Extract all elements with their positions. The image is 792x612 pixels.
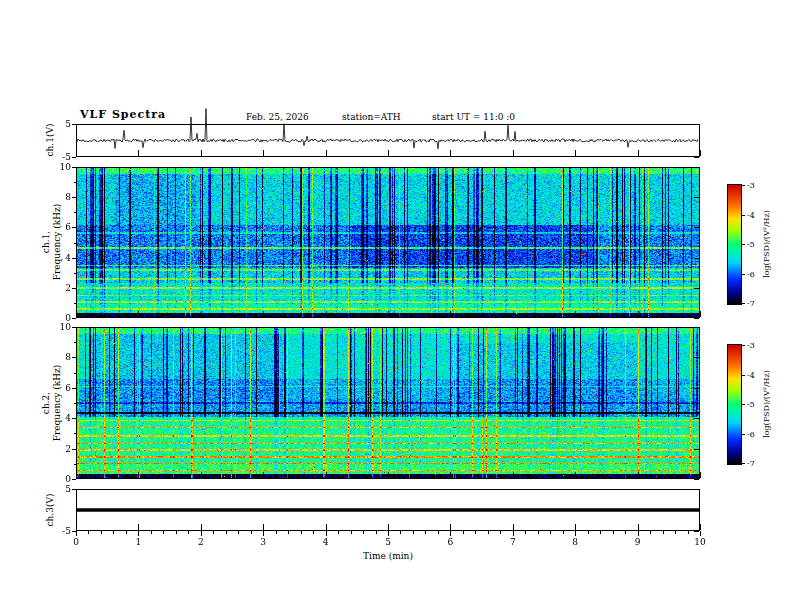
x-major-tick (263, 531, 264, 536)
x-minor-tick (438, 531, 439, 534)
ch2-axis-frequency-label: Frequency (kHz) (52, 365, 63, 442)
x-major-tick (575, 531, 576, 536)
x-frame-tick (700, 311, 701, 317)
colorbar-ch2-label: log(PSD)/(V²/Hz) (761, 370, 772, 438)
x-frame-tick (450, 472, 451, 478)
x-major-tick (388, 531, 389, 536)
colorbar-tick (742, 434, 745, 435)
x-frame-tick (513, 524, 514, 530)
y-major-tick (72, 327, 76, 328)
x-major-tick (201, 531, 202, 536)
colorbar-ch2-canvas (728, 345, 741, 464)
y-minor-tick (74, 464, 76, 465)
x-minor-tick (301, 531, 302, 534)
ch1-waveform-canvas (77, 105, 699, 156)
x-tick-label: 1 (128, 537, 148, 547)
x-tick-label: 0 (66, 537, 86, 547)
x-minor-tick (213, 531, 214, 534)
y-minor-tick (74, 303, 76, 304)
x-minor-tick (88, 531, 89, 534)
x-minor-tick (126, 531, 127, 534)
x-minor-tick (563, 531, 564, 534)
x-frame-tick (201, 524, 202, 530)
y-minor-tick (74, 342, 76, 343)
x-frame-tick (450, 311, 451, 317)
x-frame-tick (450, 524, 451, 530)
x-frame-tick (513, 311, 514, 317)
x-frame-tick (575, 472, 576, 478)
x-minor-tick (600, 531, 601, 534)
y-tick-label: 10 (46, 162, 71, 172)
x-minor-tick (425, 531, 426, 534)
x-tick-label: 10 (690, 537, 710, 547)
colorbar-ch1-canvas (728, 185, 741, 304)
x-frame-tick (263, 524, 264, 530)
ch3-waveform-frame (76, 489, 700, 531)
ch1-spectrogram-frame (76, 167, 700, 318)
y-major-tick (72, 197, 76, 198)
x-minor-tick (163, 531, 164, 534)
x-tick-label: 2 (191, 537, 211, 547)
y-major-tick-right (694, 531, 699, 532)
x-minor-tick (650, 531, 651, 534)
x-minor-tick (176, 531, 177, 534)
y-major-tick-right (694, 227, 699, 228)
y-minor-tick (74, 373, 76, 374)
x-frame-tick (138, 524, 139, 530)
x-minor-tick (463, 531, 464, 534)
y-major-tick-right (694, 489, 699, 490)
x-frame-tick (263, 472, 264, 478)
x-frame-tick (138, 311, 139, 317)
x-frame-tick (700, 472, 701, 478)
y-major-tick-right (694, 418, 699, 419)
x-frame-tick (638, 311, 639, 317)
y-major-tick-right (694, 327, 699, 328)
x-frame-tick (76, 311, 77, 317)
x-minor-tick (413, 531, 414, 534)
colorbar-tick (742, 404, 745, 405)
y-minor-tick (74, 273, 76, 274)
ch2-frequency-axis-label: ch.2, Frequency (kHz) (41, 365, 63, 442)
y-minor-tick (74, 403, 76, 404)
x-minor-tick (276, 531, 277, 534)
colorbar-tick (742, 345, 745, 346)
x-frame-tick (575, 524, 576, 530)
y-tick-label: 10 (46, 322, 71, 332)
x-minor-tick (400, 531, 401, 534)
ch3-voltage-axis-label: ch.3(V) (45, 494, 56, 527)
y-tick-label: -5 (46, 526, 71, 536)
y-tick-label: 2 (46, 444, 71, 454)
x-minor-tick (550, 531, 551, 534)
x-minor-tick (226, 531, 227, 534)
y-tick-label: 2 (46, 283, 71, 293)
x-minor-tick (101, 531, 102, 534)
x-frame-tick (700, 150, 701, 156)
x-frame-tick (700, 524, 701, 530)
ch1-voltage-axis-label: ch.1(V) (45, 124, 56, 157)
y-major-tick (72, 157, 76, 158)
y-major-tick (72, 479, 76, 480)
y-major-tick-right (694, 479, 699, 480)
y-major-tick (72, 418, 76, 419)
ch1-axis-channel-label: ch.1, (41, 204, 52, 281)
y-tick-label: 8 (46, 192, 71, 202)
y-major-tick-right (694, 388, 699, 389)
x-minor-tick (363, 531, 364, 534)
x-minor-tick (588, 531, 589, 534)
x-minor-tick (338, 531, 339, 534)
x-minor-tick (251, 531, 252, 534)
y-tick-label: 8 (46, 352, 71, 362)
axis-ticks-layer: 0123456789105-5024681002468105-5-3-4-5-6… (0, 0, 792, 612)
x-frame-tick (513, 472, 514, 478)
y-minor-tick (74, 212, 76, 213)
y-major-tick-right (694, 157, 699, 158)
x-frame-tick (326, 524, 327, 530)
ch1-spectrogram-canvas (77, 168, 699, 317)
ch2-spectrogram-canvas (77, 328, 699, 478)
x-minor-tick (488, 531, 489, 534)
x-major-tick (76, 531, 77, 536)
x-tick-label: 8 (565, 537, 585, 547)
x-frame-tick (575, 311, 576, 317)
colorbar-tick-label: -3 (747, 341, 765, 350)
x-frame-tick (326, 311, 327, 317)
